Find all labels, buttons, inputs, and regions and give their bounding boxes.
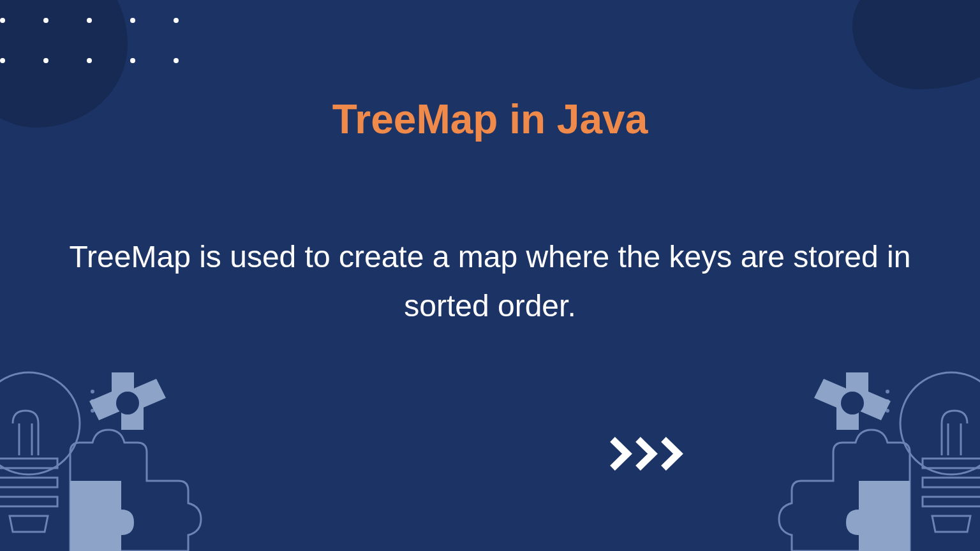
lightbulb-gear-puzzle-graphic-right	[776, 353, 980, 551]
slide-title: TreeMap in Java	[332, 96, 648, 143]
dot-grid-decoration	[0, 18, 179, 63]
svg-rect-5	[70, 481, 121, 551]
decorative-blob-top-right	[852, 0, 980, 89]
svg-point-10	[841, 392, 864, 415]
slide-description: TreeMap is used to create a map where th…	[43, 233, 937, 331]
svg-rect-11	[859, 481, 910, 551]
svg-point-1	[91, 390, 94, 393]
svg-point-7	[886, 390, 889, 393]
lightbulb-gear-puzzle-graphic-left	[0, 353, 204, 551]
svg-point-4	[116, 392, 139, 415]
next-arrows-icon[interactable]	[609, 436, 692, 471]
